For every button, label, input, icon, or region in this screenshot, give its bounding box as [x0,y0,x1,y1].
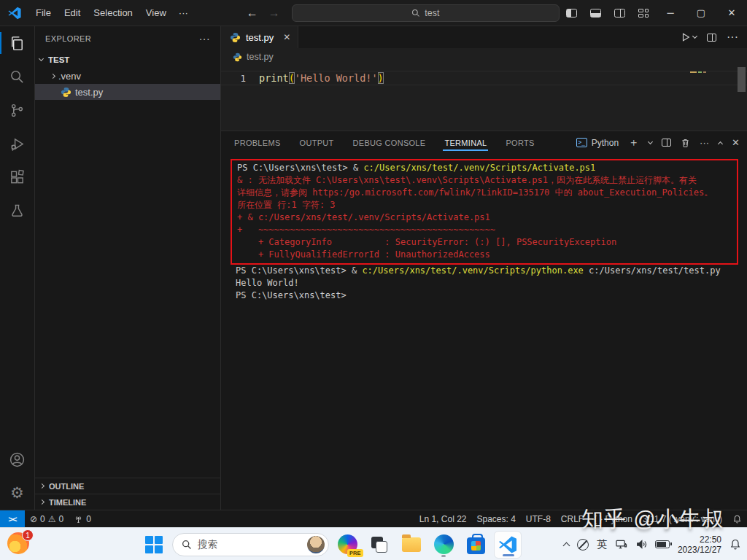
terminal-line: + CategoryInfo : SecurityError: (:) [], … [237,236,737,249]
close-panel-icon[interactable]: ✕ [732,137,740,148]
battery-icon[interactable] [655,540,670,548]
tray-overflow-icon[interactable] [562,542,570,549]
notification-bell-icon[interactable] [729,538,741,551]
run-dropdown-icon[interactable] [692,34,697,39]
search-highlight-avatar[interactable] [307,536,325,553]
root-folder-label: TEST [48,55,69,64]
panel-more-icon[interactable]: ··· [700,137,709,148]
notification-badge: 1 [22,529,34,541]
timeline-section[interactable]: TIMELINE [35,494,220,510]
customize-layout-icon[interactable] [632,0,655,26]
minimap[interactable] [690,69,734,112]
file-explorer-button[interactable] [398,531,425,559]
tree-item-testpy[interactable]: test.py [35,84,220,100]
warning-icon: ⚠ [48,514,56,524]
python-file-icon [61,87,71,98]
menu-view[interactable]: View [139,4,173,21]
time-label: 22:50 [678,534,721,545]
activity-bar: ⚙ [0,26,35,510]
tab-debug-console[interactable]: DEBUG CONSOLE [352,131,427,154]
command-center-search[interactable]: test [292,4,560,22]
encoding-status[interactable]: UTF-8 [521,510,556,527]
firefox-icon[interactable]: 1 [7,532,29,554]
maximize-panel-icon[interactable] [718,141,723,147]
tab-testpy[interactable]: test.py ✕ [221,26,298,48]
minimize-button[interactable]: ─ [655,0,686,26]
terminal-line: 详细信息，请参阅 https:/go.microsoft.com/fwlink/… [237,187,737,199]
network-icon[interactable] [615,539,627,550]
breadcrumb[interactable]: test.py [221,48,747,66]
run-button[interactable] [681,32,697,42]
kill-terminal-icon[interactable] [681,138,690,148]
settings-gear-icon[interactable]: ⚙ [0,476,35,510]
tab-ports[interactable]: PORTS [504,131,535,154]
toggle-sidebar-icon[interactable] [560,0,584,26]
accounts-icon[interactable] [0,443,35,476]
ports-status[interactable]: 0 [69,510,96,527]
split-terminal-icon[interactable] [662,139,671,147]
terminal-line: Hello World! [236,277,740,289]
chevron-down-icon [39,55,44,61]
vscode-taskbar-button[interactable] [494,531,522,559]
menu-file[interactable]: File [29,4,58,21]
taskbar-search-box[interactable]: 搜索 [172,533,329,556]
tab-output[interactable]: OUTPUT [298,131,336,154]
editor-scrollbar[interactable] [738,67,746,92]
tree-item-venv[interactable]: .venv [35,68,220,84]
terminal-line: PS C:\Users\xns\test> & c:/Users/xns/tes… [237,162,737,174]
explorer-icon[interactable] [0,26,35,60]
menu-edit[interactable]: Edit [58,4,87,21]
editor-more-icon[interactable]: ··· [727,31,738,44]
start-button[interactable] [140,531,168,559]
tab-problems[interactable]: PROBLEMS [233,131,282,154]
python-file-icon [233,52,242,62]
tab-close-icon[interactable]: ✕ [283,32,290,42]
venv-label: .venv [58,71,81,82]
menu-more-button[interactable]: ··· [173,4,194,21]
edge-button[interactable] [430,531,457,559]
python-file-icon [230,32,241,43]
indent-status[interactable]: Spaces: 4 [471,510,520,527]
copilot-button[interactable]: PRE [333,531,361,559]
terminal-output[interactable]: PS C:\Users\xns\test> & c:/Users/xns/tes… [221,154,747,510]
search-view-icon[interactable] [0,60,35,93]
bottom-panel: PROBLEMS OUTPUT DEBUG CONSOLE TERMINAL P… [221,131,747,510]
clock[interactable]: 22:50 2023/12/27 [678,534,721,555]
testing-icon[interactable] [0,194,35,228]
onedrive-paused-icon[interactable] [577,539,589,551]
search-icon [182,540,192,550]
new-terminal-icon[interactable]: ＋ [628,136,639,149]
nav-back-icon[interactable]: ← [247,7,258,20]
terminal-line: + & c:/Users/xns/test/.venv/Scripts/Acti… [237,211,737,224]
cursor-position[interactable]: Ln 1, Col 22 [414,510,472,527]
remote-indicator[interactable]: >< [0,510,25,527]
split-editor-icon[interactable] [707,34,716,42]
error-icon: ⊘ [30,514,37,524]
toggle-secondary-sidebar-icon[interactable] [608,0,632,26]
notifications-bell[interactable] [727,510,747,527]
run-debug-icon[interactable] [0,127,35,160]
line-number: 1 [221,73,259,84]
maximize-button[interactable]: ▢ [686,0,716,26]
code-editor[interactable]: 1 print('Hello World!') [221,66,747,131]
tree-root-test[interactable]: TEST [35,51,220,68]
terminal-shell-badge[interactable]: >_ Python [576,138,619,148]
tab-terminal[interactable]: TERMINAL [443,131,488,154]
close-button[interactable]: ✕ [716,0,747,26]
nav-forward-icon[interactable]: → [268,7,280,20]
volume-icon[interactable] [635,539,647,550]
outline-section[interactable]: OUTLINE [35,478,220,494]
editor-tab-bar: test.py ✕ ··· [221,26,747,48]
task-view-button[interactable] [365,531,393,559]
ime-indicator[interactable]: 英 [597,538,607,551]
extensions-icon[interactable] [0,160,35,194]
terminal-dropdown-icon[interactable] [648,139,653,144]
explorer-more-icon[interactable]: ··· [199,33,210,44]
windows-logo-icon [145,536,163,553]
microsoft-store-button[interactable] [462,531,489,559]
source-control-icon[interactable] [0,93,35,127]
toggle-panel-icon[interactable] [584,0,608,26]
terminal-line: & : 无法加载文件 C:\Users\xns\test\.venv\Scrip… [237,174,737,187]
problems-status[interactable]: ⊘0 ⚠0 [25,510,69,527]
menu-selection[interactable]: Selection [87,4,139,21]
